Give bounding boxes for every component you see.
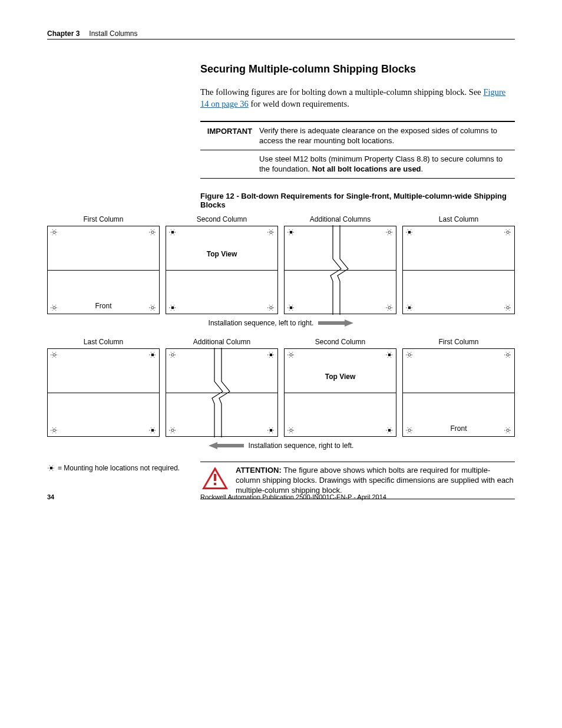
first-column-box: Front bbox=[402, 348, 515, 437]
col-label: Second Column bbox=[166, 215, 278, 223]
front-label: Front bbox=[450, 424, 467, 433]
front-label: Front bbox=[95, 302, 111, 310]
bolt-filled-icon bbox=[385, 351, 394, 358]
diagram-1: First Column Second Column Additional Co… bbox=[47, 215, 515, 327]
last-column-box bbox=[402, 226, 515, 314]
bolt-filled-icon bbox=[287, 304, 295, 311]
bolt-filled-icon bbox=[267, 427, 275, 434]
seq-text: Installation sequence, left to right. bbox=[209, 319, 314, 327]
bolt-open-icon bbox=[385, 229, 394, 236]
warning-icon bbox=[200, 466, 230, 492]
chapter-title: Install Columns bbox=[89, 29, 137, 38]
bolt-open-icon bbox=[504, 351, 512, 358]
important-text-1: Verify there is adequate clearance on th… bbox=[259, 126, 515, 146]
bolt-open-icon bbox=[50, 229, 58, 236]
bolt-filled-icon bbox=[148, 427, 157, 434]
col-label: First Column bbox=[402, 338, 515, 346]
bolt-filled-icon bbox=[405, 304, 414, 311]
second-column-box: Top View bbox=[166, 226, 278, 314]
svg-rect-4 bbox=[318, 321, 345, 325]
sequence-row-1: Installation sequence, left to right. bbox=[47, 319, 515, 327]
bolt-open-icon bbox=[148, 304, 157, 311]
bolt-open-icon bbox=[385, 304, 394, 311]
attention-text: ATTENTION: The figure above shows which … bbox=[236, 466, 515, 496]
col-label: First Column bbox=[47, 215, 160, 223]
arrow-left-icon bbox=[209, 442, 244, 449]
main-content: Securing Multiple-column Shipping Blocks… bbox=[200, 63, 515, 209]
bolt-open-icon bbox=[287, 427, 295, 434]
page-header: Chapter 3 Install Columns bbox=[47, 29, 515, 39]
additional-column-box bbox=[284, 226, 396, 314]
diagram-2: Last Column Additional Column Second Col… bbox=[47, 338, 515, 450]
bolt-open-icon bbox=[504, 304, 512, 311]
bolt-open-icon bbox=[504, 229, 512, 236]
second-column-box: Top View bbox=[284, 348, 396, 437]
col-label: Last Column bbox=[47, 338, 160, 346]
publication-info: Rockwell Automation Publication 2500-IN0… bbox=[200, 493, 515, 500]
figure-caption: Figure 12 - Bolt-down Requirements for S… bbox=[200, 192, 515, 209]
col-label: Additional Column bbox=[166, 338, 278, 346]
legend: = Mounting hole locations not required. bbox=[47, 464, 200, 472]
bolt-filled-icon bbox=[148, 351, 157, 358]
col-label: Last Column bbox=[402, 215, 515, 223]
intro-paragraph: The following figures are for bolting do… bbox=[200, 86, 515, 110]
top-view-label: Top View bbox=[325, 373, 356, 381]
col-label: Second Column bbox=[284, 338, 396, 346]
bolt-filled-icon bbox=[168, 229, 177, 236]
bolt-open-icon bbox=[267, 229, 275, 236]
important-text-2: Use steel M12 bolts (minimum Property Cl… bbox=[259, 154, 515, 174]
bolt-open-icon bbox=[504, 427, 512, 434]
bolt-open-icon bbox=[50, 304, 58, 311]
bolt-filled-icon bbox=[287, 229, 295, 236]
bolt-open-icon bbox=[287, 351, 295, 358]
bolt-open-icon bbox=[267, 304, 275, 311]
bolt-filled-icon bbox=[267, 351, 275, 358]
section-heading: Securing Multiple-column Shipping Blocks bbox=[200, 63, 515, 75]
bolt-open-icon bbox=[50, 351, 58, 358]
bolt-open-icon bbox=[405, 351, 414, 358]
break-lines-icon bbox=[329, 225, 349, 315]
sequence-row-2: Installation sequence, right to left. bbox=[47, 442, 515, 450]
seq-text: Installation sequence, right to left. bbox=[249, 442, 354, 450]
page-footer: 34 Rockwell Automation Publication 2500-… bbox=[47, 493, 515, 500]
bolt-open-icon bbox=[168, 427, 177, 434]
last-column-box bbox=[47, 348, 160, 437]
bolt-open-icon bbox=[148, 229, 157, 236]
bolt-open-icon bbox=[50, 427, 58, 434]
important-label: IMPORTANT bbox=[200, 126, 259, 146]
important-box: IMPORTANT Verify there is adequate clear… bbox=[200, 121, 515, 179]
bolt-open-icon bbox=[168, 351, 177, 358]
arrow-right-icon bbox=[318, 319, 353, 327]
break-lines-icon bbox=[211, 348, 231, 437]
page-number: 34 bbox=[47, 493, 200, 500]
top-view-label: Top View bbox=[207, 250, 237, 258]
chapter-label: Chapter 3 bbox=[47, 29, 80, 38]
legend-text: = Mounting hole locations not required. bbox=[58, 464, 180, 472]
bolt-filled-icon bbox=[385, 427, 394, 434]
bolt-filled-icon bbox=[405, 229, 414, 236]
first-column-box: Front bbox=[47, 226, 160, 314]
bolt-filled-icon bbox=[47, 465, 55, 472]
svg-rect-5 bbox=[217, 444, 244, 447]
bolt-open-icon bbox=[405, 427, 414, 434]
bolt-filled-icon bbox=[168, 304, 177, 311]
col-label: Additional Columns bbox=[284, 215, 396, 223]
additional-column-box bbox=[166, 348, 278, 437]
